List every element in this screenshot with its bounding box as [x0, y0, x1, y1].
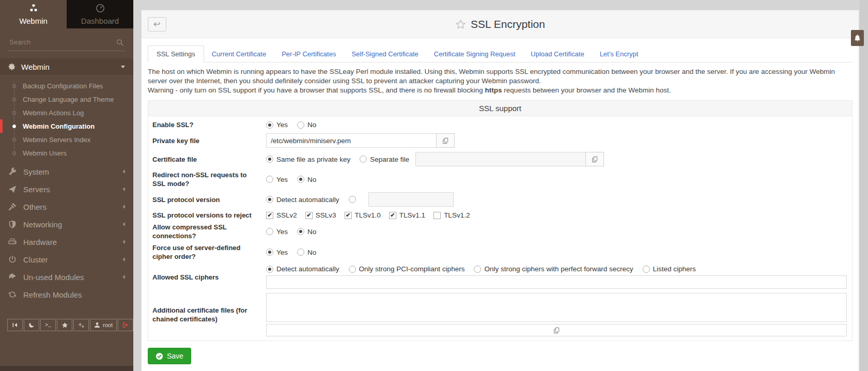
tab-certificate-signing-request[interactable]: Certificate Signing Request: [426, 46, 523, 62]
chevron-left-icon: [122, 222, 125, 226]
protocol-custom-radio[interactable]: [349, 196, 359, 203]
sidebar-toolbar: >_ root: [7, 319, 133, 331]
bell-icon: [854, 34, 861, 42]
page-title: SSL Encryption: [455, 10, 545, 38]
sidebar-section-webmin[interactable]: Webmin: [0, 58, 133, 75]
bullet-icon: [12, 138, 16, 142]
webmin-logo-icon: [28, 3, 39, 15]
chevron-left-icon: [122, 275, 125, 279]
main-area: SSL Encryption SSL Settings Current Cert…: [133, 0, 868, 371]
cipher-order-no-radio[interactable]: No: [297, 249, 316, 256]
reject-tlsv10-checkbox[interactable]: TLSv1.0: [345, 211, 381, 219]
sidebar-item-hardware[interactable]: Hardware: [0, 233, 133, 251]
tab-ssl-settings[interactable]: SSL Settings: [148, 45, 204, 63]
protocol-detect-radio[interactable]: Detect automatically: [266, 196, 339, 204]
terminal-button[interactable]: >_: [40, 319, 56, 331]
certificate-same-file-radio[interactable]: Same file as private key: [266, 156, 350, 163]
logout-button[interactable]: [118, 319, 133, 331]
sidebar-submenu: Backup Configuration Files Change Langua…: [0, 79, 133, 160]
reject-tlsv12-checkbox[interactable]: TLSv1.2: [433, 211, 470, 219]
sidebar-section-label: Webmin: [21, 63, 50, 71]
favorites-button[interactable]: [57, 319, 72, 331]
favorite-star-icon[interactable]: [455, 19, 466, 30]
table-section-title: SSL support: [148, 101, 852, 116]
power-icon: [8, 255, 17, 264]
tab-lets-encrypt[interactable]: Let's Encrypt: [592, 46, 646, 62]
cipher-order-yes-radio[interactable]: Yes: [266, 249, 288, 256]
user-label: root: [103, 322, 113, 328]
sidebar-item-others[interactable]: Others: [0, 198, 133, 215]
file-chooser-icon: [553, 327, 560, 334]
row-certificate-file: Certificate file Same file as private ke…: [148, 150, 852, 168]
compressed-no-radio[interactable]: No: [297, 228, 316, 236]
settings-button[interactable]: [73, 319, 89, 331]
logout-icon: [122, 322, 129, 328]
sidebar-item-unused-modules[interactable]: Un-used Modules: [0, 268, 133, 286]
chevron-left-icon: [122, 169, 125, 174]
notifications-bell-button[interactable]: [851, 30, 864, 46]
sidebar-item-networking[interactable]: Networking: [0, 215, 133, 233]
certificate-file-chooser-button[interactable]: [585, 152, 604, 166]
module-tabs: SSL Settings Current Certificate Per-IP …: [148, 45, 853, 63]
user-icon: [94, 322, 100, 328]
hdd-icon: [8, 238, 17, 246]
additional-certificates-textarea[interactable]: [266, 293, 847, 322]
save-button-label: Save: [167, 352, 183, 360]
bullet-icon: [12, 125, 16, 128]
sidebar-item-webmin-actions-log[interactable]: Webmin Actions Log: [0, 106, 133, 119]
puzzle-icon: [8, 273, 17, 281]
redirect-yes-radio[interactable]: Yes: [266, 176, 288, 183]
sidebar-item-servers[interactable]: Servers: [0, 180, 133, 198]
sidebar-item-change-language-and-theme[interactable]: Change Language and Theme: [0, 92, 133, 106]
sidebar-item-webmin-servers-index[interactable]: Webmin Servers Index: [0, 133, 133, 146]
back-arrow-icon: [153, 21, 161, 28]
enable-ssl-no-radio[interactable]: No: [297, 121, 316, 129]
night-mode-button[interactable]: [24, 319, 39, 331]
search-input[interactable]: [8, 35, 125, 51]
tab-upload-certificate[interactable]: Upload Certificate: [523, 46, 592, 62]
private-key-file-chooser-button[interactable]: [436, 133, 455, 148]
sidebar-search: [8, 35, 125, 51]
module-header: SSL Encryption: [142, 10, 859, 38]
collapse-sidebar-button[interactable]: [7, 319, 23, 331]
reject-sslv2-checkbox[interactable]: SSLv2: [266, 211, 297, 219]
enable-ssl-yes-radio[interactable]: Yes: [266, 121, 288, 129]
ciphers-pfs-radio[interactable]: Only strong ciphers with perfect forward…: [474, 265, 633, 273]
user-button[interactable]: root: [90, 319, 117, 331]
tab-webmin[interactable]: Webmin: [0, 0, 67, 28]
protocol-version-input[interactable]: [368, 192, 454, 207]
ciphers-detect-radio[interactable]: Detect automatically: [266, 265, 339, 273]
sidebar-item-refresh-modules[interactable]: Refresh Modules: [0, 286, 133, 303]
sidebar-item-system[interactable]: System: [0, 163, 133, 180]
private-key-file-input[interactable]: [266, 133, 437, 148]
row-allow-compressed: Allow compressed SSL connections? Yes No: [148, 222, 852, 241]
back-button[interactable]: [148, 17, 166, 32]
sidebar-item-cluster[interactable]: Cluster: [0, 251, 133, 268]
sidebar-item-backup-configuration-files[interactable]: Backup Configuration Files: [0, 79, 133, 92]
file-chooser-icon: [442, 137, 449, 144]
redirect-no-radio[interactable]: No: [297, 176, 316, 183]
intro-paragraph: The host on which Webmin is running appe…: [148, 67, 853, 86]
tab-dashboard[interactable]: Dashboard: [67, 0, 133, 28]
tab-per-ip-certificates[interactable]: Per-IP Certificates: [274, 46, 344, 62]
certificate-file-input[interactable]: [415, 152, 586, 166]
ciphers-listed-radio[interactable]: Listed ciphers: [643, 265, 696, 273]
tab-self-signed-certificate[interactable]: Self-Signed Certificate: [344, 46, 426, 62]
certificate-separate-file-radio[interactable]: Separate file: [360, 156, 409, 163]
reject-sslv3-checkbox[interactable]: SSLv3: [305, 211, 336, 219]
tab-current-certificate[interactable]: Current Certificate: [204, 46, 274, 62]
sidebar-item-webmin-configuration[interactable]: Webmin Configuration: [0, 119, 133, 133]
row-additional-certificates: Additional certificate files (for chaine…: [148, 291, 852, 341]
allowed-ciphers-input[interactable]: [266, 275, 847, 289]
sidebar-item-webmin-users[interactable]: Webmin Users: [0, 146, 133, 160]
intro-warning: Warning - only turn on SSL support if yo…: [148, 86, 853, 95]
star-icon: [61, 322, 68, 329]
reject-tlsv11-checkbox[interactable]: TLSv1.1: [389, 211, 425, 219]
save-button[interactable]: Save: [148, 348, 191, 364]
row-protocols-to-reject: SSL protocol versions to reject SSLv2 SS…: [148, 209, 852, 222]
module-card: SSL Encryption SSL Settings Current Cert…: [141, 10, 859, 371]
ciphers-pci-radio[interactable]: Only strong PCI-compliant ciphers: [349, 265, 465, 273]
additional-certificates-chooser[interactable]: [266, 324, 847, 336]
gear-icon: [8, 63, 16, 70]
compressed-yes-radio[interactable]: Yes: [266, 228, 288, 236]
